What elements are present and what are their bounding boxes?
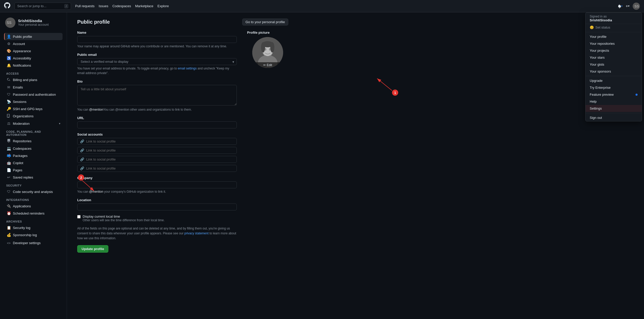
dropdown-header: Signed in as SrishtiSisodia xyxy=(586,13,642,24)
dropdown-divider-2 xyxy=(586,76,642,76)
issues-link[interactable]: Issues xyxy=(99,4,108,8)
sidebar-item-password[interactable]: 🛡 Password and authentication xyxy=(4,91,63,98)
social-accounts-group: Social accounts 🔗 🔗 🔗 🔗 xyxy=(77,132,237,172)
applications-icon: 🔌 xyxy=(7,204,11,208)
email-label: Public email xyxy=(77,53,237,57)
social-input-1[interactable] xyxy=(86,139,234,143)
goto-profile-button[interactable]: Go to your personal profile xyxy=(242,19,288,25)
svg-text:SS: SS xyxy=(634,4,639,8)
edit-picture-button[interactable]: ✏ Edit xyxy=(252,62,283,68)
url-label: URL xyxy=(77,116,237,120)
settings-link[interactable]: Settings xyxy=(586,105,642,112)
billing-icon xyxy=(7,78,11,82)
name-label: Name xyxy=(77,31,237,34)
social-input-4-row: 🔗 xyxy=(77,165,237,172)
link-icon-3: 🔗 xyxy=(80,157,84,161)
main-content: Public profile Go to your personal profi… xyxy=(67,12,299,319)
location-input[interactable] xyxy=(77,203,237,210)
email-select[interactable]: Select a verified email to display xyxy=(77,58,237,65)
sidebar-item-code-security[interactable]: 🛡 Code security and analysis xyxy=(4,188,63,195)
social-input-2[interactable] xyxy=(86,148,234,152)
explore-link[interactable]: Explore xyxy=(158,4,169,8)
sidebar-item-accessibility[interactable]: ♿ Accessibility xyxy=(4,55,63,62)
sidebar-item-moderation[interactable]: ⚖ Moderation ▾ xyxy=(4,120,63,127)
codespaces-link[interactable]: Codespaces xyxy=(112,4,131,8)
sidebar-item-codespaces[interactable]: 💻 Codespaces xyxy=(4,145,63,152)
profile-picture-label: Profile picture xyxy=(247,31,269,34)
sidebar-item-appearance[interactable]: 🎨 Appearance xyxy=(4,47,63,55)
display-time-row: Display current local time Other users w… xyxy=(77,215,237,222)
sidebar-item-developer-settings[interactable]: <> Developer settings xyxy=(4,240,63,246)
set-status-item[interactable]: 😊 Set status xyxy=(586,24,642,31)
privacy-statement-link[interactable]: privacy statement xyxy=(184,232,208,235)
sidebar-item-copilot[interactable]: 🤖 Copilot xyxy=(4,159,63,166)
search-text: Search or jump to... xyxy=(17,4,46,8)
marketplace-link[interactable]: Marketplace xyxy=(135,4,153,8)
your-sponsors-link[interactable]: Your sponsors xyxy=(586,68,642,75)
try-enterprise-link[interactable]: Try Enterprise xyxy=(586,84,642,91)
bio-help: You can @mentionYou can @mention other u… xyxy=(77,107,237,112)
main-layout: SS SrishtiSisodia Your personal account … xyxy=(0,0,644,319)
social-input-1-row: 🔗 xyxy=(77,138,237,145)
company-input[interactable] xyxy=(77,181,237,188)
sidebar-item-saved-replies[interactable]: ↩ Saved replies xyxy=(4,174,63,181)
sidebar-item-pages[interactable]: 📄 Pages xyxy=(4,166,63,174)
your-profile-link[interactable]: Your profile xyxy=(586,33,642,40)
your-stars-link[interactable]: Your stars xyxy=(586,54,642,61)
search-input[interactable]: Search or jump to... / xyxy=(14,3,71,10)
sidebar-item-security-log[interactable]: 📋 Security log xyxy=(4,224,63,231)
sidebar-item-emails[interactable]: ✉ Emails xyxy=(4,84,63,91)
sidebar-item-notifications[interactable]: 🔔 Notifications xyxy=(4,62,63,69)
sidebar-item-public-profile[interactable]: 👤 Public profile xyxy=(4,33,63,40)
svg-text:SS: SS xyxy=(7,21,12,25)
sidebar-item-sponsorship-log[interactable]: 💰 Sponsorship log xyxy=(4,231,63,238)
form-right: Profile picture xyxy=(247,31,288,253)
bio-textarea[interactable] xyxy=(77,85,237,105)
profile-picture-area: Profile picture xyxy=(247,31,288,68)
url-input[interactable] xyxy=(77,121,237,128)
display-time-checkbox[interactable] xyxy=(77,215,81,218)
topnav-right: ● + ▾ SS xyxy=(617,3,640,10)
pullrequests-link[interactable]: Pull requests xyxy=(75,4,94,8)
display-time-sub: Other users will see the time difference… xyxy=(83,218,165,222)
sidebar-item-ssh-keys[interactable]: 🔑 SSH and GPG keys xyxy=(4,105,63,112)
link-icon-1: 🔗 xyxy=(80,139,84,143)
your-repositories-link[interactable]: Your repositories xyxy=(586,40,642,47)
sidebar-item-scheduled-reminders[interactable]: ⏰ Scheduled reminders xyxy=(4,210,63,217)
sponsorship-log-icon: 💰 xyxy=(7,233,11,237)
topnav-links: Pull requests Issues Codespaces Marketpl… xyxy=(75,4,617,8)
sidebar-user-avatar: SS xyxy=(5,17,15,28)
help-link[interactable]: Help xyxy=(586,98,642,105)
copilot-icon: 🤖 xyxy=(7,161,11,165)
upgrade-link[interactable]: Upgrade xyxy=(586,77,642,84)
sidebar-item-packages[interactable]: 📫 Packages xyxy=(4,152,63,159)
page-header: Public profile Go to your personal profi… xyxy=(77,19,288,25)
email-settings-link[interactable]: email settings xyxy=(178,67,197,70)
social-input-3[interactable] xyxy=(86,157,234,161)
sidebar-item-repositories[interactable]: Repositories xyxy=(4,137,63,145)
palette-icon: 🎨 xyxy=(7,49,11,53)
your-gists-link[interactable]: Your gists xyxy=(586,61,642,68)
sidebar-item-sessions[interactable]: 📡 Sessions xyxy=(4,98,63,105)
update-profile-button[interactable]: Update profile xyxy=(77,245,108,253)
sidebar-item-applications[interactable]: 🔌 Applications xyxy=(4,202,63,210)
user-avatar-button[interactable]: SS xyxy=(633,3,640,10)
reminders-icon: ⏰ xyxy=(7,211,11,215)
sign-out-link[interactable]: Sign out xyxy=(586,114,642,121)
access-section-label: Access xyxy=(4,69,63,76)
chevron-down-icon: ▾ xyxy=(59,122,60,125)
sidebar-item-organizations[interactable]: Organizations xyxy=(4,112,63,120)
sidebar-item-account[interactable]: ⚙ Account xyxy=(4,40,63,47)
sidebar-user-name: SrishtiSisodia xyxy=(18,19,49,23)
create-plus-button[interactable]: + ▾ xyxy=(626,4,630,8)
social-input-4[interactable] xyxy=(86,166,234,170)
display-time-label[interactable]: Display current local time xyxy=(83,215,120,218)
feature-preview-link[interactable]: Feature preview xyxy=(586,91,642,98)
person-icon: 👤 xyxy=(7,34,11,39)
company-help: You can @mention your company's GitHub o… xyxy=(77,189,237,194)
sidebar-item-billing[interactable]: Billing and plans xyxy=(4,76,63,84)
email-icon: ✉ xyxy=(7,85,11,89)
your-projects-link[interactable]: Your projects xyxy=(586,47,642,54)
name-input[interactable] xyxy=(77,36,237,43)
notifications-bell-button[interactable]: ● xyxy=(617,4,622,8)
